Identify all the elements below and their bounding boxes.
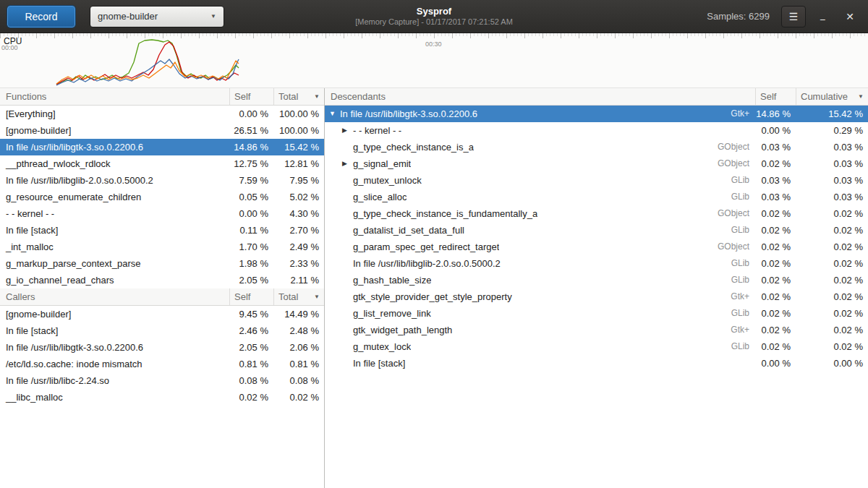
function-name: __libc_malloc	[0, 389, 229, 406]
self-percent: 9.45 %	[229, 306, 273, 322]
tree-row[interactable]: gtk_widget_path_lengthGtk+0.02 %0.02 %	[325, 322, 868, 338]
self-percent: 0.02 %	[755, 222, 796, 239]
column-header-descendants[interactable]: Descendants	[325, 88, 755, 105]
table-row[interactable]: /etc/ld.so.cache: inode mismatch0.81 %0.…	[0, 356, 324, 372]
tree-row[interactable]: In file /usr/lib/libglib-2.0.so.0.5000.2…	[325, 255, 868, 272]
tree-row[interactable]: In file [stack]0.00 %0.00 %	[325, 355, 868, 372]
minimize-button[interactable]: −	[812, 6, 833, 27]
tree-row[interactable]: g_hash_table_sizeGLib0.02 %0.02 %	[325, 272, 868, 288]
self-percent: 0.00 %	[755, 122, 796, 139]
function-name: g_hash_table_size	[353, 272, 431, 288]
column-header-total[interactable]: Total▼	[273, 88, 324, 105]
table-row[interactable]: [gnome-builder]26.51 %100.00 %	[0, 122, 324, 139]
tree-row[interactable]: g_slice_allocGLib0.03 %0.03 %	[325, 189, 868, 205]
column-label: Self	[760, 88, 776, 105]
tree-row[interactable]: ▶- - kernel - -0.00 %0.29 %	[325, 122, 868, 139]
library-tag: GLib	[731, 255, 755, 272]
column-header-self[interactable]: Self	[229, 288, 273, 305]
tree-row[interactable]: g_mutex_unlockGLib0.03 %0.03 %	[325, 172, 868, 189]
column-header-functions[interactable]: Functions	[0, 88, 229, 105]
total-percent: 100.00 %	[273, 122, 324, 139]
table-row[interactable]: g_resource_enumerate_children0.05 %5.02 …	[0, 189, 324, 205]
library-tag: GObject	[718, 205, 755, 222]
total-percent: 2.70 %	[273, 222, 324, 239]
library-tag: GLib	[731, 305, 755, 322]
self-percent: 0.05 %	[229, 189, 273, 205]
tree-row[interactable]: g_mutex_lockGLib0.02 %0.02 %	[325, 338, 868, 355]
cumulative-percent: 0.03 %	[796, 139, 868, 155]
tree-row[interactable]: ▶g_signal_emitGObject0.02 %0.03 %	[325, 155, 868, 172]
table-row[interactable]: [Everything]0.00 %100.00 %	[0, 106, 324, 122]
function-name: - - kernel - -	[353, 122, 401, 139]
close-icon: ✕	[846, 11, 854, 22]
table-row[interactable]: In file [stack]0.11 %2.70 %	[0, 222, 324, 239]
descendants-body: ▼In file /usr/lib/libgtk-3.so.0.2200.6Gt…	[325, 106, 868, 372]
total-percent: 2.33 %	[273, 255, 324, 272]
tree-row[interactable]: g_datalist_id_set_data_fullGLib0.02 %0.0…	[325, 222, 868, 239]
table-row[interactable]: - - kernel - -0.00 %4.30 %	[0, 205, 324, 222]
column-header-callers[interactable]: Callers	[0, 288, 229, 305]
total-percent: 2.49 %	[273, 239, 324, 255]
table-row[interactable]: In file /usr/lib/libgtk-3.so.0.2200.614.…	[0, 139, 324, 155]
tree-row[interactable]: g_param_spec_get_redirect_targetGObject0…	[325, 239, 868, 255]
function-name: g_markup_parse_context_parse	[0, 255, 229, 272]
table-row[interactable]: In file /usr/lib/libgtk-3.so.0.2200.62.0…	[0, 339, 324, 356]
self-percent: 0.02 %	[229, 389, 273, 406]
total-percent: 15.42 %	[273, 139, 324, 155]
function-name: g_param_spec_get_redirect_target	[353, 239, 499, 255]
column-header-self[interactable]: Self	[229, 88, 273, 105]
self-percent: 12.75 %	[229, 155, 273, 172]
function-name: _int_malloc	[0, 239, 229, 255]
callers-body: [gnome-builder]9.45 %14.49 %In file [sta…	[0, 306, 324, 406]
library-tag: GLib	[731, 189, 755, 205]
tree-row[interactable]: gtk_style_provider_get_style_propertyGtk…	[325, 288, 868, 305]
function-name: In file /usr/lib/libglib-2.0.so.0.5000.2	[353, 255, 501, 272]
process-selector-dropdown[interactable]: gnome-builder ▼	[90, 6, 224, 27]
tree-row[interactable]: g_type_check_instance_is_fundamentally_a…	[325, 205, 868, 222]
column-header-cumulative[interactable]: Cumulative▼	[796, 88, 868, 105]
cpu-timeline[interactable]: CPU 00:00 00:30	[0, 33, 868, 88]
function-name: /etc/ld.so.cache: inode mismatch	[0, 356, 229, 372]
library-tag: GObject	[718, 139, 755, 155]
table-row[interactable]: [gnome-builder]9.45 %14.49 %	[0, 306, 324, 322]
total-percent: 12.81 %	[273, 155, 324, 172]
table-row[interactable]: __pthread_rwlock_rdlock12.75 %12.81 %	[0, 155, 324, 172]
library-tag: GObject	[718, 239, 755, 255]
function-name: In file [stack]	[353, 355, 405, 372]
table-row[interactable]: g_io_channel_read_chars2.05 %2.11 %	[0, 272, 324, 288]
column-header-self[interactable]: Self	[755, 88, 796, 105]
tree-row[interactable]: ▼In file /usr/lib/libgtk-3.so.0.2200.6Gt…	[325, 106, 868, 122]
table-row[interactable]: In file /usr/lib/libc-2.24.so0.08 %0.08 …	[0, 372, 324, 389]
total-percent: 5.02 %	[273, 189, 324, 205]
table-row[interactable]: In file /usr/lib/libglib-2.0.so.0.5000.2…	[0, 172, 324, 189]
main-content: Functions Self Total▼ [Everything]0.00 %…	[0, 88, 868, 488]
function-name: gtk_widget_path_length	[353, 322, 452, 338]
table-row[interactable]: _int_malloc1.70 %2.49 %	[0, 239, 324, 255]
time-tick-start: 00:00	[1, 44, 18, 51]
table-row[interactable]: __libc_malloc0.02 %0.02 %	[0, 389, 324, 406]
cumulative-percent: 0.02 %	[796, 222, 868, 239]
close-button[interactable]: ✕	[839, 6, 861, 27]
function-name: In file [stack]	[0, 222, 229, 239]
table-row[interactable]: g_markup_parse_context_parse1.98 %2.33 %	[0, 255, 324, 272]
expander-icon[interactable]: ▼	[329, 106, 340, 122]
header-right-group: Samples: 6299 ☰ − ✕	[707, 6, 861, 27]
self-percent: 1.70 %	[229, 239, 273, 255]
self-percent: 0.00 %	[755, 355, 796, 372]
cumulative-percent: 0.02 %	[796, 255, 868, 272]
app-title: Sysprof	[355, 6, 513, 17]
cumulative-percent: 0.02 %	[796, 205, 868, 222]
function-name: g_type_check_instance_is_fundamentally_a	[353, 205, 537, 222]
self-percent: 0.08 %	[229, 372, 273, 389]
expander-icon[interactable]: ▶	[342, 122, 353, 139]
tree-row[interactable]: g_type_check_instance_is_aGObject0.03 %0…	[325, 139, 868, 155]
table-row[interactable]: In file [stack]2.46 %2.48 %	[0, 322, 324, 339]
cumulative-percent: 15.42 %	[796, 106, 868, 122]
expander-icon[interactable]: ▶	[342, 155, 353, 172]
column-label: Cumulative	[801, 88, 848, 105]
record-button[interactable]: Record	[7, 6, 75, 27]
column-header-total[interactable]: Total▼	[273, 288, 324, 305]
library-tag: GLib	[731, 272, 755, 288]
menu-button[interactable]: ☰	[781, 6, 806, 27]
tree-row[interactable]: g_list_remove_linkGLib0.02 %0.02 %	[325, 305, 868, 322]
